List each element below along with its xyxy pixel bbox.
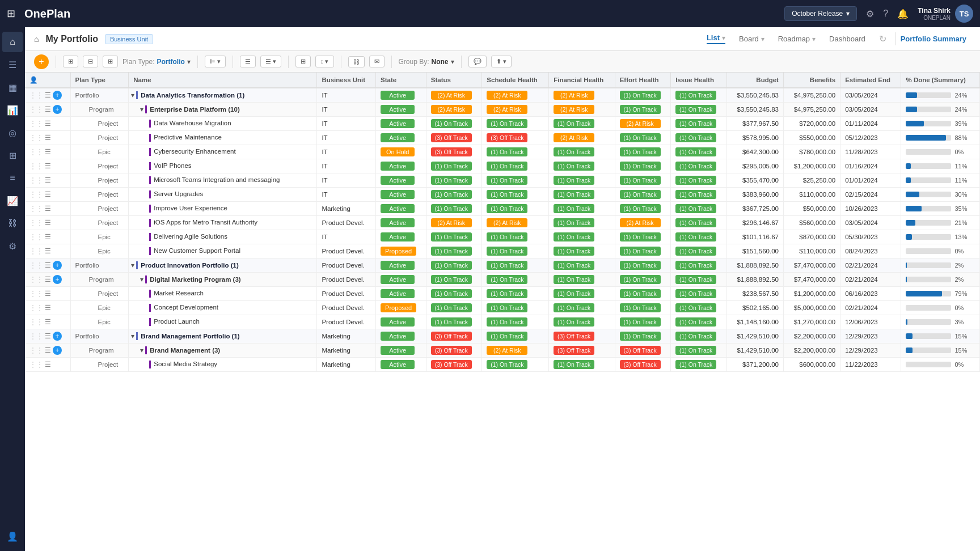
collapse-chevron-icon[interactable]: ▾: [131, 262, 134, 269]
name-cell[interactable]: Microsoft Teams Integration and messagin…: [129, 173, 317, 188]
add-plan-button[interactable]: +: [34, 54, 49, 69]
plan-name-text[interactable]: Improve User Experience: [154, 205, 227, 211]
plan-name-text[interactable]: Market Research: [154, 290, 204, 296]
menu-icon[interactable]: ☰: [45, 162, 51, 170]
menu-icon[interactable]: ☰: [45, 91, 51, 99]
sidebar-connect-icon[interactable]: ⛓: [2, 213, 23, 234]
menu-icon[interactable]: ☰: [45, 276, 51, 283]
home-breadcrumb-icon[interactable]: ⌂: [34, 35, 39, 44]
col-effort-health[interactable]: Effort Health: [615, 73, 671, 88]
table-container[interactable]: 👤 Plan Type Name Business Unit State Sta…: [25, 73, 980, 551]
add-child-button[interactable]: +: [53, 261, 62, 270]
col-business-unit[interactable]: Business Unit: [317, 73, 376, 88]
col-state[interactable]: State: [376, 73, 426, 88]
plan-name-text[interactable]: Server Upgrades: [154, 190, 203, 197]
plan-type-value[interactable]: Portfolio: [157, 58, 184, 66]
plan-name-text[interactable]: Social Media Strategy: [154, 361, 217, 367]
sidebar-user-icon[interactable]: 👤: [2, 526, 23, 546]
name-cell[interactable]: Product Launch: [129, 315, 317, 329]
plan-name-text[interactable]: Brand Management Portfolio (1): [141, 333, 239, 340]
tab-roadmap[interactable]: Roadmap ▾: [778, 35, 816, 43]
add-child-button[interactable]: +: [53, 275, 62, 284]
name-cell[interactable]: Data Warehouse Migration: [129, 117, 317, 131]
menu-icon[interactable]: ☰: [45, 247, 51, 255]
collapse-chevron-icon[interactable]: ▾: [131, 92, 134, 99]
collapse-chevron-icon[interactable]: ▾: [131, 333, 134, 340]
plan-name-text[interactable]: Brand Management (3): [150, 347, 220, 354]
filter-button[interactable]: ⊫ ▾: [205, 56, 226, 67]
link-button[interactable]: ⛓: [348, 56, 365, 67]
plan-name-text[interactable]: Microsoft Teams Integration and messagin…: [154, 176, 280, 183]
sidebar-grid-icon[interactable]: ⊞: [2, 145, 23, 166]
collapse-chevron-icon[interactable]: ▾: [140, 276, 143, 283]
name-cell[interactable]: ▾Brand Management (3): [129, 344, 317, 358]
details-button[interactable]: ☰ ▾: [260, 56, 281, 67]
group-by-value[interactable]: None: [432, 58, 449, 66]
name-cell[interactable]: Cybersecurity Enhancement: [129, 145, 317, 159]
sidebar-settings2-icon[interactable]: ⚙: [2, 236, 23, 256]
col-estimated-end[interactable]: Estimated End: [840, 73, 901, 88]
tab-dashboard[interactable]: Dashboard: [829, 35, 865, 43]
plan-type-chevron-icon[interactable]: ▾: [187, 58, 191, 66]
menu-icon[interactable]: ☰: [45, 190, 51, 198]
col-status[interactable]: Status: [426, 73, 482, 88]
sidebar-analytics-icon[interactable]: 📈: [2, 190, 23, 211]
name-cell[interactable]: ▾Enterprise Data Platform (10): [129, 103, 317, 117]
menu-icon[interactable]: ☰: [45, 219, 51, 227]
add-child-button[interactable]: +: [53, 332, 62, 341]
sort-button[interactable]: ↕ ▾: [315, 56, 334, 67]
name-cell[interactable]: Delivering Agile Solutions: [129, 230, 317, 244]
menu-icon[interactable]: ☰: [45, 318, 51, 326]
plan-name-text[interactable]: Product Launch: [154, 318, 200, 325]
help-icon[interactable]: ?: [883, 9, 888, 19]
sidebar-portfolio-icon[interactable]: ▦: [2, 77, 23, 98]
name-cell[interactable]: Concept Development: [129, 301, 317, 315]
notification-icon[interactable]: 🔔: [897, 9, 909, 19]
name-cell[interactable]: Improve User Experience: [129, 202, 317, 216]
collapse-button[interactable]: ⊟: [83, 56, 98, 67]
columns-button[interactable]: ⊞: [295, 56, 311, 67]
name-cell[interactable]: Market Research: [129, 287, 317, 301]
menu-icon[interactable]: ☰: [45, 290, 51, 298]
col-issue-health[interactable]: Issue Health: [671, 73, 727, 88]
name-cell[interactable]: iOS Apps for Metro Transit Authority: [129, 216, 317, 230]
view-options-button[interactable]: ⊞: [63, 56, 78, 67]
name-cell[interactable]: ▾Brand Management Portfolio (1): [129, 329, 317, 344]
sidebar-chart-icon[interactable]: 📊: [2, 100, 23, 120]
name-cell[interactable]: ▾Digital Marketing Program (3): [129, 273, 317, 287]
export-button[interactable]: ⬆ ▾: [491, 56, 512, 67]
plan-name-text[interactable]: Enterprise Data Platform (10): [150, 106, 240, 113]
menu-icon[interactable]: ☰: [45, 332, 51, 340]
sidebar-work-icon[interactable]: ☰: [2, 54, 23, 75]
refresh-icon[interactable]: ↻: [879, 33, 886, 44]
name-cell[interactable]: Social Media Strategy: [129, 358, 317, 372]
col-financial-health[interactable]: Financial Health: [549, 73, 615, 88]
menu-icon[interactable]: ☰: [45, 134, 51, 142]
col-schedule-health[interactable]: Schedule Health: [482, 73, 549, 88]
tab-board[interactable]: Board ▾: [739, 35, 764, 43]
plan-name-text[interactable]: Digital Marketing Program (3): [150, 276, 240, 283]
chat-button[interactable]: 💬: [468, 56, 487, 67]
list-view-btn[interactable]: ☰: [240, 56, 256, 67]
plan-name-text[interactable]: iOS Apps for Metro Transit Authority: [154, 219, 257, 226]
plan-name-text[interactable]: New Customer Support Portal: [154, 247, 240, 254]
menu-icon[interactable]: ☰: [45, 261, 51, 269]
name-cell[interactable]: New Customer Support Portal: [129, 244, 317, 258]
menu-icon[interactable]: ☰: [45, 346, 51, 354]
name-cell[interactable]: Predictive Maintenance: [129, 131, 317, 145]
col-benefits[interactable]: Benefits: [783, 73, 840, 88]
menu-icon[interactable]: ☰: [45, 205, 51, 213]
add-child-button[interactable]: +: [53, 91, 62, 100]
menu-icon[interactable]: ☰: [45, 176, 51, 184]
collapse-chevron-icon[interactable]: ▾: [140, 347, 143, 354]
plan-name-text[interactable]: Data Warehouse Migration: [154, 120, 231, 126]
sidebar-target-icon[interactable]: ◎: [2, 122, 23, 143]
menu-icon[interactable]: ☰: [45, 105, 51, 113]
menu-icon[interactable]: ☰: [45, 304, 51, 312]
add-child-button[interactable]: +: [53, 105, 62, 114]
sidebar-list-icon[interactable]: ≡: [2, 168, 23, 188]
group-by-chevron-icon[interactable]: ▾: [451, 58, 454, 66]
plan-name-text[interactable]: Cybersecurity Enhancement: [154, 148, 235, 155]
expand-button[interactable]: ⊞: [103, 56, 118, 67]
sidebar-home-icon[interactable]: ⌂: [2, 32, 23, 52]
